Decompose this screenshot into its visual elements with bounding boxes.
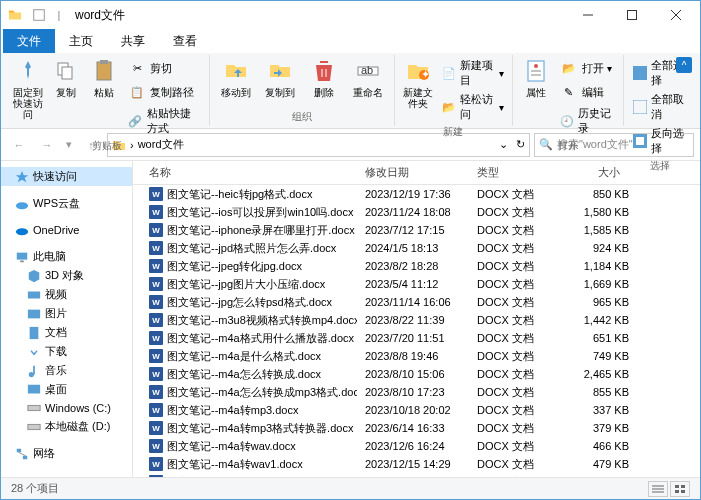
- docx-icon: W: [149, 385, 163, 399]
- cut-icon: ✂: [127, 58, 147, 78]
- view-icons-button[interactable]: [670, 481, 690, 497]
- file-row[interactable]: W图文笔记--ios可以投屏到win10吗.docx2023/11/24 18:…: [133, 203, 700, 221]
- file-date: 2023/8/22 11:39: [357, 314, 469, 326]
- docx-icon: W: [149, 313, 163, 327]
- tree-drive-d[interactable]: 本地磁盘 (D:): [1, 417, 132, 436]
- ribbon-help-button[interactable]: ^: [676, 57, 692, 73]
- tab-share[interactable]: 共享: [107, 29, 159, 53]
- file-type: DOCX 文档: [469, 277, 557, 292]
- file-row[interactable]: W图文笔记--m4a怎么转换成mp3格式.docx2023/8/10 17:23…: [133, 383, 700, 401]
- delete-button[interactable]: 删除: [304, 55, 344, 100]
- tree-wps[interactable]: WPS云盘: [1, 194, 132, 213]
- tree-drive-c[interactable]: Windows (C:): [1, 399, 132, 417]
- tree-pictures[interactable]: 图片: [1, 304, 132, 323]
- rename-icon: ab: [354, 57, 382, 85]
- file-date: 2023/12/6 16:24: [357, 440, 469, 452]
- svg-rect-24: [28, 309, 40, 318]
- desktop-icon: [27, 383, 41, 397]
- tree-documents[interactable]: 文档: [1, 323, 132, 342]
- move-to-button[interactable]: 移动到: [216, 55, 256, 100]
- item-count: 28 个项目: [11, 481, 59, 496]
- docx-icon: W: [149, 259, 163, 273]
- invert-selection-button[interactable]: 反向选择: [630, 125, 691, 157]
- tab-file[interactable]: 文件: [3, 29, 55, 53]
- col-date[interactable]: 修改日期: [357, 161, 469, 184]
- file-name: 图文笔记--jpd格式照片怎么弄.docx: [167, 241, 336, 256]
- edit-button[interactable]: ✎编辑: [557, 81, 617, 103]
- file-row[interactable]: W图文笔记--m4a格式用什么播放器.docx2023/7/20 11:51DO…: [133, 329, 700, 347]
- properties-button[interactable]: 属性: [519, 55, 553, 100]
- select-none-button[interactable]: 全部取消: [630, 91, 691, 123]
- file-type: DOCX 文档: [469, 187, 557, 202]
- nav-tree[interactable]: 快速访问 WPS云盘 OneDrive 此电脑 3D 对象 视频 图片 文档 下…: [1, 161, 133, 477]
- docx-icon: W: [149, 205, 163, 219]
- star-icon: [15, 170, 29, 184]
- paste-shortcut-button[interactable]: 🔗粘贴快捷方式: [125, 105, 203, 137]
- pin-button[interactable]: 固定到快速访问: [11, 55, 45, 122]
- copy-button[interactable]: 复制: [49, 55, 83, 100]
- invert-icon: [632, 131, 649, 151]
- file-row[interactable]: W图文笔记--m4a怎么转换成.docx2023/8/10 15:06DOCX …: [133, 365, 700, 383]
- file-name: 图文笔记--m4a是什么格式.docx: [167, 349, 321, 364]
- minimize-button[interactable]: [566, 1, 610, 29]
- file-row[interactable]: W图文笔记--iphone录屏在哪里打开.docx2023/7/12 17:15…: [133, 221, 700, 239]
- tree-music[interactable]: 音乐: [1, 361, 132, 380]
- copy-to-button[interactable]: 复制到: [260, 55, 300, 100]
- svg-rect-7: [97, 62, 111, 80]
- cut-button[interactable]: ✂剪切: [125, 57, 203, 79]
- docx-icon: W: [149, 223, 163, 237]
- file-row[interactable]: W图文笔记--jpg图片大小压缩.docx2023/5/4 11:12DOCX …: [133, 275, 700, 293]
- file-date: 2023/7/12 17:15: [357, 224, 469, 236]
- col-size[interactable]: 大小: [557, 161, 637, 184]
- file-row[interactable]: W图文笔记--jpg怎么转psd格式.docx2023/11/14 16:06D…: [133, 293, 700, 311]
- col-name[interactable]: 名称: [141, 161, 357, 184]
- window-title: word文件: [75, 7, 125, 24]
- qat-open-icon[interactable]: [31, 7, 47, 23]
- svg-text:✦: ✦: [421, 68, 430, 80]
- file-row[interactable]: W图文笔记--jpeg转化jpg.docx2023/8/2 18:28DOCX …: [133, 257, 700, 275]
- new-folder-button[interactable]: ✦新建文件夹: [401, 55, 435, 111]
- file-type: DOCX 文档: [469, 295, 557, 310]
- tab-view[interactable]: 查看: [159, 29, 211, 53]
- paste-button[interactable]: 粘贴: [87, 55, 121, 100]
- file-row[interactable]: W图文笔记--heic转jpg格式.docx2023/12/19 17:36DO…: [133, 185, 700, 203]
- properties-icon: [522, 57, 550, 85]
- file-date: 2023/12/19 17:36: [357, 188, 469, 200]
- col-type[interactable]: 类型: [469, 161, 557, 184]
- tree-videos[interactable]: 视频: [1, 285, 132, 304]
- tree-network[interactable]: 网络: [1, 444, 132, 463]
- refresh-button[interactable]: ↻: [516, 138, 525, 151]
- qat-divider: |: [55, 7, 63, 23]
- file-row[interactable]: W图文笔记--m4a转wav1.docx2023/12/15 14:29DOCX…: [133, 455, 700, 473]
- new-item-button[interactable]: 📄新建项目 ▾: [439, 57, 506, 89]
- tab-home[interactable]: 主页: [55, 29, 107, 53]
- tree-quick-access[interactable]: 快速访问: [1, 167, 132, 186]
- file-row[interactable]: W图文笔记--m4a转mp3.docx2023/10/18 20:02DOCX …: [133, 401, 700, 419]
- view-details-button[interactable]: [648, 481, 668, 497]
- file-row[interactable]: W图文笔记--m3u8视频格式转换mp4.docx2023/8/22 11:39…: [133, 311, 700, 329]
- file-list[interactable]: W图文笔记--heic转jpg格式.docx2023/12/19 17:36DO…: [133, 185, 700, 477]
- file-type: DOCX 文档: [469, 457, 557, 472]
- chevron-down-icon[interactable]: ⌄: [499, 138, 508, 151]
- file-row[interactable]: W图文笔记--m4a转mp3格式转换器.docx2023/6/14 16:33D…: [133, 419, 700, 437]
- open-button[interactable]: 📂打开 ▾: [557, 57, 617, 79]
- tree-onedrive[interactable]: OneDrive: [1, 221, 132, 239]
- easy-access-button[interactable]: 📂轻松访问 ▾: [439, 91, 506, 123]
- tree-3d-objects[interactable]: 3D 对象: [1, 266, 132, 285]
- video-icon: [27, 288, 41, 302]
- tree-downloads[interactable]: 下载: [1, 342, 132, 361]
- file-row[interactable]: W图文笔记--jpd格式照片怎么弄.docx2024/1/5 18:13DOCX…: [133, 239, 700, 257]
- file-row[interactable]: W图文笔记--m4a转wav.docx2023/12/6 16:24DOCX 文…: [133, 437, 700, 455]
- close-button[interactable]: [654, 1, 698, 29]
- docx-icon: W: [149, 457, 163, 471]
- rename-button[interactable]: ab重命名: [348, 55, 388, 100]
- tree-desktop[interactable]: 桌面: [1, 380, 132, 399]
- copy-path-button[interactable]: 📋复制路径: [125, 81, 203, 103]
- file-row[interactable]: W图文笔记--m4a是什么格式.docx2023/8/8 19:46DOCX 文…: [133, 347, 700, 365]
- svg-rect-31: [17, 448, 21, 452]
- history-button[interactable]: 🕘历史记录: [557, 105, 617, 137]
- maximize-button[interactable]: [610, 1, 654, 29]
- group-clipboard: 剪贴板: [92, 139, 122, 153]
- tree-this-pc[interactable]: 此电脑: [1, 247, 132, 266]
- file-name: 图文笔记--jpg图片大小压缩.docx: [167, 277, 325, 292]
